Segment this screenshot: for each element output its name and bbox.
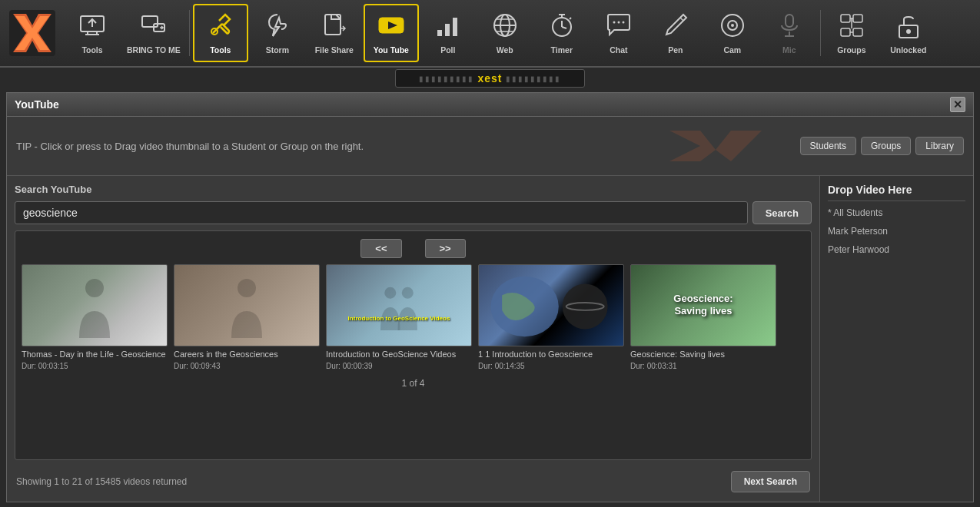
tip-buttons: Students Groups Library xyxy=(800,137,964,155)
xest-bar-inner: ▮▮▮▮▮▮▮▮▮ xest ▮▮▮▮▮▮▮▮▮ xyxy=(395,69,584,88)
video-card-3[interactable]: Introduction to GeoScience Videos Introd… xyxy=(326,264,472,370)
divider-1 xyxy=(189,10,190,56)
share-screen-icon xyxy=(78,12,106,43)
video-title-5: Geoscience: Saving lives xyxy=(630,349,776,360)
svg-rect-37 xyxy=(841,15,850,22)
video-title-3: Introduction to GeoScience Videos xyxy=(326,349,472,360)
poll-label: Poll xyxy=(440,45,455,55)
svg-point-47 xyxy=(85,279,104,297)
search-button[interactable]: Search xyxy=(752,201,812,224)
toolbar-timer[interactable]: Timer xyxy=(534,4,590,62)
tools-label: Tools xyxy=(210,45,231,55)
next-search-button[interactable]: Next Search xyxy=(731,471,810,492)
svg-line-23 xyxy=(562,27,566,28)
students-button[interactable]: Students xyxy=(800,137,856,155)
video-area: << >> Thomas - Day in the Life - xyxy=(15,230,812,460)
svg-point-29 xyxy=(622,22,624,24)
showing-text: Showing 1 to 21 of 15485 videos returned xyxy=(16,476,187,487)
toolbar-mic[interactable]: Mic xyxy=(762,4,817,62)
toolbar-tools[interactable]: Tools xyxy=(193,4,248,62)
storm-icon xyxy=(264,12,291,43)
library-button[interactable]: Library xyxy=(915,137,964,155)
cam-icon xyxy=(719,12,746,43)
pen-icon xyxy=(662,12,689,43)
video-dur-2: Dur: 00:09:43 xyxy=(174,362,320,370)
page-indicator: 1 of 4 xyxy=(22,375,805,392)
video-title-4: 1 1 Introduction to Geoscience xyxy=(478,349,624,360)
tools-icon xyxy=(207,12,234,43)
toolbar-youtube[interactable]: You Tube xyxy=(364,4,419,62)
cam-label: Cam xyxy=(723,45,741,55)
video-title-1: Thomas - Day in the Life - Geoscience xyxy=(22,349,168,360)
left-panel: Search YouTube Search << >> xyxy=(7,176,819,502)
toolbar-poll[interactable]: Poll xyxy=(420,4,476,62)
video-title-2: Careers in the Geosciences xyxy=(174,349,320,360)
search-input[interactable] xyxy=(15,201,748,224)
toolbar-unlocked[interactable]: Unlocked xyxy=(881,4,936,62)
video-thumb-1 xyxy=(22,264,168,346)
toolbar-groups[interactable]: Groups xyxy=(824,4,879,62)
groups-button[interactable]: Groups xyxy=(861,137,911,155)
video-card-1[interactable]: Thomas - Day in the Life - Geoscience Du… xyxy=(22,264,168,370)
tip-bar: TIP - Click or press to Drag video thumb… xyxy=(7,117,973,176)
svg-rect-39 xyxy=(841,28,850,36)
bring-to-me-icon xyxy=(140,12,168,43)
youtube-label: You Tube xyxy=(374,45,409,55)
tip-logo-area xyxy=(639,123,792,169)
web-label: Web xyxy=(497,45,513,55)
bring-to-me-label: BRING TO ME xyxy=(127,45,181,55)
drop-all-students[interactable]: * All Students xyxy=(828,206,965,220)
drop-mark-peterson[interactable]: Mark Peterson xyxy=(828,224,965,238)
toolbar-cam[interactable]: Cam xyxy=(705,4,760,62)
drop-peter-harwood[interactable]: Peter Harwood xyxy=(828,243,965,257)
toolbar-chat[interactable]: Chat xyxy=(591,4,646,62)
prev-page-button[interactable]: << xyxy=(360,239,401,258)
video-thumb-5: Geoscience:Saving lives xyxy=(630,264,776,346)
timer-icon xyxy=(548,12,576,43)
drop-title: Drop Video Here xyxy=(828,184,965,201)
close-button[interactable]: ✕ xyxy=(950,97,965,112)
video-dur-5: Dur: 00:03:31 xyxy=(630,362,776,370)
file-share-icon xyxy=(321,12,348,43)
youtube-icon xyxy=(377,12,405,43)
video-card-5[interactable]: Geoscience:Saving lives Geoscience: Savi… xyxy=(630,264,776,370)
svg-point-52 xyxy=(563,284,608,330)
mic-label: Mic xyxy=(782,45,796,55)
content-body: Search YouTube Search << >> xyxy=(7,176,973,502)
intro-overlay: Introduction to GeoScience Videos xyxy=(348,315,450,322)
toolbar-storm[interactable]: Storm xyxy=(250,4,305,62)
svg-rect-7 xyxy=(142,16,158,27)
bottom-row: Showing 1 to 21 of 15485 videos returned… xyxy=(15,466,812,494)
next-page-button[interactable]: >> xyxy=(425,239,466,258)
svg-point-49 xyxy=(384,287,396,299)
web-icon xyxy=(491,12,519,43)
svg-rect-14 xyxy=(445,24,450,36)
svg-point-28 xyxy=(617,22,620,24)
video-thumb-4 xyxy=(478,264,624,346)
toolbar-pen[interactable]: Pen xyxy=(648,4,703,62)
toolbar-bring-to-me[interactable]: BRING TO ME xyxy=(121,4,186,62)
svg-line-30 xyxy=(680,18,683,21)
video-card-4[interactable]: 1 1 Introduction to Geoscience Dur: 00:1… xyxy=(478,264,624,370)
chat-icon xyxy=(605,12,633,43)
video-thumb-2 xyxy=(174,264,320,346)
storm-label: Storm xyxy=(266,45,289,55)
groups-label: Groups xyxy=(837,45,865,55)
video-card-2[interactable]: Careers in the Geosciences Dur: 00:09:43 xyxy=(174,264,320,370)
xest-dots-left: ▮▮▮▮▮▮▮▮▮ xyxy=(419,75,474,83)
file-share-label: File Share xyxy=(315,45,354,55)
right-panel: Drop Video Here * All Students Mark Pete… xyxy=(819,176,973,502)
search-row: Search xyxy=(15,201,812,224)
tip-text: TIP - Click or press to Drag video thumb… xyxy=(16,141,364,152)
toolbar-file-share[interactable]: File Share xyxy=(307,4,362,62)
svg-marker-46 xyxy=(669,131,762,161)
svg-rect-13 xyxy=(437,30,442,36)
svg-rect-38 xyxy=(853,15,862,22)
mic-icon xyxy=(776,12,803,43)
toolbar-share-screen[interactable]: Tools xyxy=(65,4,120,62)
toolbar-web[interactable]: Web xyxy=(477,4,533,62)
search-label: Search YouTube xyxy=(15,184,812,195)
video-dur-3: Dur: 00:00:39 xyxy=(326,362,472,370)
toolbar: Tools BRING TO ME Tools xyxy=(0,0,980,68)
window-titlebar: YouTube ✕ xyxy=(7,93,973,117)
